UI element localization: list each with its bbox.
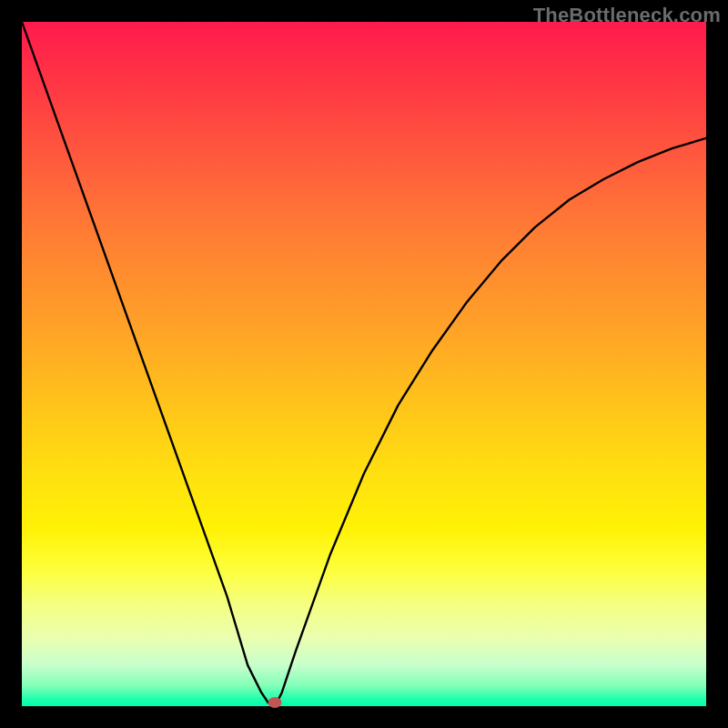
- chart-container: TheBottleneck.com: [0, 0, 728, 728]
- plot-area: [22, 22, 706, 706]
- curve-svg: [22, 22, 706, 706]
- watermark-text: TheBottleneck.com: [533, 4, 721, 27]
- bottleneck-curve: [22, 22, 706, 706]
- minimum-marker: [268, 697, 282, 708]
